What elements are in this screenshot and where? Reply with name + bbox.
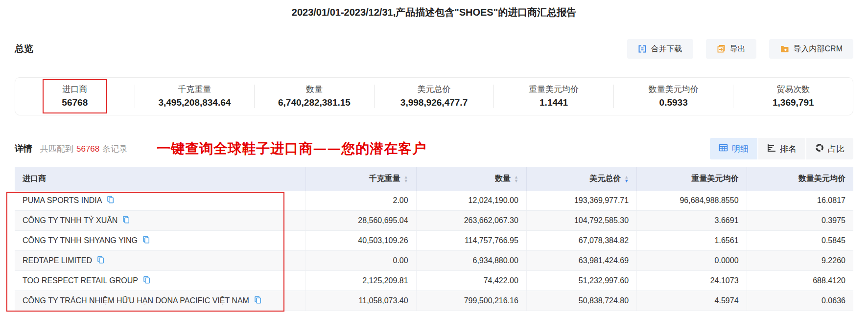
value-cell: 11,058,073.40 <box>305 291 416 311</box>
value-cell: 63,981,424.69 <box>526 251 636 270</box>
column-label: 美元总价 <box>589 174 621 184</box>
copy-icon[interactable] <box>96 256 104 266</box>
table-row: CÔNG TY TRÁCH NHIỆM HỮU HẠN DONA PACIFIC… <box>15 291 853 311</box>
importer-cell: CÔNG TY TNHH SHYANG YING <box>15 231 305 250</box>
sort-desc-icon: ▼ <box>404 179 408 183</box>
column-header-usd-per-weight: 重量美元均价 <box>636 167 746 191</box>
value-cell: 2,125,209.81 <box>305 271 416 291</box>
value-cell: 0.00 <box>305 251 416 270</box>
sort-carets[interactable]: ▲▼ <box>514 175 518 183</box>
value-cell: 9.2260 <box>747 251 853 270</box>
tab-label: 明细 <box>732 143 749 155</box>
match-count: 56768 <box>76 144 99 154</box>
import-crm-button[interactable]: 导入内部CRM <box>769 39 853 59</box>
table-row: CÔNG TY TNHH TỶ XUÂN28,560,695.04263,662… <box>15 211 853 231</box>
stat-value: 3,495,208,834.64 <box>135 97 255 108</box>
column-header-usd-per-qty: 数量美元均价 <box>747 167 853 191</box>
value-cell: 24.1073 <box>636 271 746 291</box>
value-cell: 16.0817 <box>747 191 853 210</box>
importer-name[interactable]: REDTAPE LIMITED <box>23 256 92 265</box>
merge-download-label: 合并下载 <box>651 44 682 54</box>
importer-name[interactable]: PUMA SPORTS INDIA <box>23 196 102 205</box>
stat-value: 56768 <box>15 97 135 108</box>
stat-quantity: 数量 6,740,282,381.15 <box>254 85 374 108</box>
stat-label: 数量美元均价 <box>614 85 733 94</box>
ranking-bars-icon <box>767 144 776 154</box>
copy-icon[interactable] <box>254 296 261 306</box>
merge-download-button[interactable]: 合并下载 <box>627 39 693 59</box>
stat-value: 6,740,282,381.15 <box>255 97 374 108</box>
stat-value: 3,998,926,477.7 <box>375 97 494 108</box>
value-cell: 6,934,880.00 <box>416 251 526 270</box>
table-row: CÔNG TY TNHH SHYANG YING40,503,109.26114… <box>15 231 853 251</box>
tab-label: 占比 <box>828 143 845 155</box>
value-cell: 4.5974 <box>636 291 746 311</box>
stat-label: 美元总价 <box>375 85 494 94</box>
value-cell: 40,503,109.26 <box>305 231 416 250</box>
sort-desc-icon: ▼ <box>624 179 629 183</box>
value-cell: 0.3975 <box>747 211 853 230</box>
overview-bar: 总览 合并下载 导出 <box>15 39 853 59</box>
stat-label: 重量美元均价 <box>494 85 613 94</box>
stat-weight-kg: 千克重量 3,495,208,834.64 <box>135 85 255 108</box>
value-cell: 104,792,585.30 <box>526 211 636 230</box>
stat-usd-per-qty: 数量美元均价 0.5933 <box>613 85 733 108</box>
table-row: TOO RESPECT RETAIL GROUP2,125,209.8174,4… <box>15 271 853 291</box>
column-header-usd-total[interactable]: 美元总价 ▲▼ <box>526 167 636 191</box>
table-icon <box>719 144 728 154</box>
importer-cell: CÔNG TY TNHH TỶ XUÂN <box>15 211 305 230</box>
export-button[interactable]: 导出 <box>706 39 756 59</box>
value-cell: 96,684,988.8550 <box>636 191 746 210</box>
stat-value: 1,369,791 <box>733 97 853 108</box>
export-icon <box>717 45 726 53</box>
value-cell: 51,232,997.60 <box>526 271 636 291</box>
value-cell: 0.0000 <box>636 251 746 270</box>
value-cell: 2.00 <box>305 191 416 210</box>
value-cell: 263,662,067.30 <box>416 211 526 230</box>
tab-detail-view[interactable]: 明细 <box>710 138 757 159</box>
table-body: PUMA SPORTS INDIA2.0012,024,190.00193,36… <box>15 191 853 311</box>
match-suffix: 条记录 <box>102 144 127 154</box>
detail-bar: 详情 共匹配到56768条记录 一键查询全球鞋子进口商——您的潜在客户 明细 <box>15 138 853 159</box>
stat-usd-per-weight: 重量美元均价 1.1441 <box>493 85 613 108</box>
value-cell: 799,500,216.16 <box>416 291 526 311</box>
stat-label: 进口商 <box>15 85 135 94</box>
sort-carets[interactable]: ▲▼ <box>624 175 629 183</box>
sort-carets[interactable]: ▲▼ <box>404 175 408 183</box>
importer-name[interactable]: CÔNG TY TNHH SHYANG YING <box>23 236 138 245</box>
column-header-weight[interactable]: 千克重量 ▲▼ <box>305 167 416 191</box>
detail-heading: 详情 <box>15 143 32 155</box>
copy-icon[interactable] <box>122 216 129 225</box>
importer-cell: TOO RESPECT RETAIL GROUP <box>15 271 305 291</box>
match-prefix: 共匹配到 <box>40 144 73 154</box>
tab-ranking-view[interactable]: 排名 <box>758 138 805 159</box>
table-row: PUMA SPORTS INDIA2.0012,024,190.00193,36… <box>15 191 853 211</box>
copy-icon[interactable] <box>142 276 150 286</box>
stat-trade-count: 贸易次数 1,369,791 <box>733 85 853 108</box>
tab-share-view[interactable]: 占比 <box>806 138 853 159</box>
importer-name[interactable]: CÔNG TY TNHH TỶ XUÂN <box>23 216 117 225</box>
table-header: 进口商 千克重量 ▲▼ 数量 ▲▼ 美元总价 ▲▼ 重量美元均价 数量美元均价 <box>15 167 853 191</box>
copy-icon[interactable] <box>142 236 149 246</box>
sort-desc-icon: ▼ <box>514 179 518 183</box>
summary-stats-card: 进口商 56768 千克重量 3,495,208,834.64 数量 6,740… <box>15 77 853 115</box>
column-label: 数量美元均价 <box>798 174 845 184</box>
value-cell: 50,838,724.80 <box>526 291 636 311</box>
value-cell: 688.4120 <box>747 271 853 291</box>
stat-label: 数量 <box>255 85 374 94</box>
report-page: 2023/01/01-2023/12/31,产品描述包含"SHOES"的进口商汇… <box>0 5 868 311</box>
column-header-quantity[interactable]: 数量 ▲▼ <box>416 167 526 191</box>
stat-usd-total: 美元总价 3,998,926,477.7 <box>374 85 494 108</box>
importer-name[interactable]: CÔNG TY TRÁCH NHIỆM HỮU HẠN DONA PACIFIC… <box>23 296 249 305</box>
stat-importers: 进口商 56768 <box>15 85 135 108</box>
importer-name[interactable]: TOO RESPECT RETAIL GROUP <box>23 276 138 285</box>
value-cell: 67,078,384.82 <box>526 231 636 250</box>
view-tabs: 明细 排名 占比 <box>710 138 853 159</box>
importer-cell: PUMA SPORTS INDIA <box>15 191 305 210</box>
importer-cell: CÔNG TY TRÁCH NHIỆM HỮU HẠN DONA PACIFIC… <box>15 291 305 311</box>
action-buttons: 合并下载 导出 导入内 <box>627 39 853 59</box>
column-label: 数量 <box>495 174 511 184</box>
value-cell: 114,757,766.95 <box>416 231 526 250</box>
copy-icon[interactable] <box>106 196 114 205</box>
importer-cell: REDTAPE LIMITED <box>15 251 305 270</box>
